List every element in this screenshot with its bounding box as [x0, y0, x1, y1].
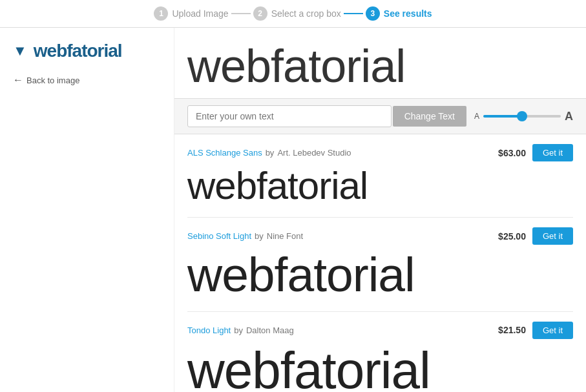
font-by: by: [234, 325, 243, 335]
font-meta-right: $25.00 Get it: [498, 227, 573, 245]
step-1: 1 Upload Image: [154, 6, 228, 21]
size-slider-container: A A: [474, 110, 573, 123]
back-to-image-link[interactable]: ← Back to image: [13, 74, 161, 86]
logo-icon: ▼: [13, 43, 27, 59]
font-preview-text: webfatorial: [187, 248, 573, 302]
step-3: 3 See results: [366, 6, 432, 21]
step-1-circle: 1: [154, 6, 168, 21]
font-author: Dalton Maag: [246, 325, 294, 335]
size-label-large: A: [565, 110, 573, 123]
content-area: webfatorial Change Text A A ALS Schlange…: [174, 28, 586, 392]
step-3-label: See results: [384, 8, 432, 19]
font-meta-row: Sebino Soft Light by Nine Font $25.00 Ge…: [187, 227, 573, 245]
controls-bar: Change Text A A: [174, 98, 586, 134]
font-result-item: ALS Schlange Sans by Art. Lebedev Studio…: [187, 134, 573, 218]
logo-text: webfatorial: [34, 41, 122, 61]
change-text-button[interactable]: Change Text: [393, 106, 466, 127]
font-meta-left: ALS Schlange Sans by Art. Lebedev Studio: [187, 148, 351, 158]
font-meta-row: ALS Schlange Sans by Art. Lebedev Studio…: [187, 144, 573, 161]
font-preview-text: webfatorial: [187, 165, 573, 207]
font-price: $63.00: [498, 148, 526, 158]
font-by: by: [266, 148, 275, 158]
font-results: ALS Schlange Sans by Art. Lebedev Studio…: [174, 134, 586, 392]
font-result-item: Sebino Soft Light by Nine Font $25.00 Ge…: [187, 218, 573, 312]
font-author: Art. Lebedev Studio: [277, 148, 351, 158]
font-meta-right: $21.50 Get it: [498, 322, 573, 339]
font-author: Nine Font: [267, 231, 303, 241]
font-meta-left: Tondo Light by Dalton Maag: [187, 325, 294, 335]
step-2-circle: 2: [253, 6, 267, 21]
font-size-slider[interactable]: [483, 115, 561, 118]
get-it-button[interactable]: Get it: [532, 227, 573, 245]
font-meta-left: Sebino Soft Light by Nine Font: [187, 231, 303, 241]
font-name-link[interactable]: Sebino Soft Light: [187, 231, 251, 241]
main-layout: ▼ webfatorial ← Back to image webfatoria…: [0, 28, 586, 392]
font-name-link[interactable]: ALS Schlange Sans: [187, 148, 262, 158]
get-it-button[interactable]: Get it: [532, 322, 573, 339]
font-meta-row: Tondo Light by Dalton Maag $21.50 Get it: [187, 322, 573, 339]
connector-2-3: [344, 13, 363, 14]
step-1-label: Upload Image: [172, 8, 228, 19]
sidebar: ▼ webfatorial ← Back to image: [0, 28, 174, 392]
font-preview-text: webfatorial: [187, 342, 573, 392]
size-label-small: A: [474, 112, 479, 121]
font-name-link[interactable]: Tondo Light: [187, 325, 231, 335]
stepper-bar: 1 Upload Image 2 Select a crop box 3 See…: [0, 0, 586, 28]
connector-1-2: [231, 13, 251, 14]
font-price: $21.50: [498, 325, 526, 335]
back-arrow-icon: ←: [13, 74, 23, 86]
get-it-button[interactable]: Get it: [532, 144, 573, 161]
step-3-circle: 3: [366, 6, 380, 21]
logo-container: ▼ webfatorial: [13, 41, 161, 61]
back-label: Back to image: [26, 76, 79, 85]
font-by: by: [255, 231, 264, 241]
preview-text: webfatorial: [187, 41, 573, 92]
custom-text-input[interactable]: [187, 105, 392, 127]
step-2: 2 Select a crop box: [253, 6, 341, 21]
step-2-label: Select a crop box: [271, 8, 341, 19]
font-result-item: Tondo Light by Dalton Maag $21.50 Get it…: [187, 312, 573, 392]
font-price: $25.00: [498, 231, 526, 242]
font-meta-right: $63.00 Get it: [498, 144, 573, 161]
preview-area: webfatorial: [174, 28, 586, 98]
